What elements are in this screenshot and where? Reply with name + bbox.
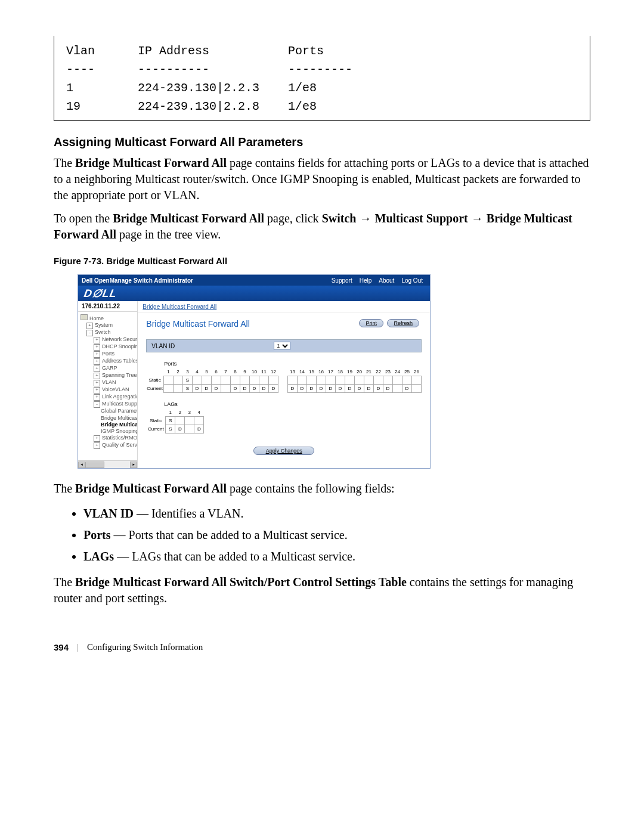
port-cell[interactable] xyxy=(374,376,383,385)
port-cell[interactable] xyxy=(288,376,298,385)
tree-igmp-snooping[interactable]: IGMP Snooping xyxy=(101,428,136,435)
help-link[interactable]: Help xyxy=(360,277,372,284)
port-cell[interactable] xyxy=(383,376,393,385)
lag-cell[interactable] xyxy=(185,417,194,425)
tree-switch[interactable]: -Switch xyxy=(86,329,136,336)
port-cell[interactable] xyxy=(221,376,231,385)
breadcrumb[interactable]: Bridge Multicast Forward All xyxy=(138,301,430,313)
port-cell[interactable] xyxy=(307,376,317,385)
expand-icon[interactable]: + xyxy=(94,366,100,372)
tree-address-tables[interactable]: +Address Tables xyxy=(94,358,136,365)
expand-icon[interactable]: + xyxy=(94,351,100,358)
apply-changes-button[interactable]: Apply Changes xyxy=(253,447,314,455)
port-cell[interactable] xyxy=(259,376,269,385)
port-cell[interactable] xyxy=(164,376,174,385)
port-cell[interactable]: D xyxy=(202,385,212,393)
port-cell[interactable]: D xyxy=(374,385,383,393)
lag-cell[interactable]: S xyxy=(166,425,175,433)
port-cell[interactable] xyxy=(364,376,374,385)
tree-multicast-support[interactable]: -Multicast Support xyxy=(94,401,136,408)
port-cell[interactable] xyxy=(240,376,250,385)
collapse-icon[interactable]: - xyxy=(86,330,93,336)
port-cell[interactable] xyxy=(269,376,278,385)
port-cell[interactable]: D xyxy=(212,385,221,393)
expand-icon[interactable]: + xyxy=(94,380,100,386)
tree-system[interactable]: +System xyxy=(86,322,136,329)
port-cell[interactable]: D xyxy=(298,385,307,393)
port-cell[interactable]: D xyxy=(193,385,202,393)
tree-dhcp-snooping[interactable]: +DHCP Snooping xyxy=(94,343,136,351)
port-cell[interactable] xyxy=(393,376,402,385)
lag-cell[interactable] xyxy=(175,417,185,425)
port-cell[interactable]: D xyxy=(250,385,259,393)
lag-cell[interactable] xyxy=(185,425,194,433)
port-cell[interactable]: D xyxy=(355,385,364,393)
port-cell[interactable] xyxy=(345,376,355,385)
port-cell[interactable]: S xyxy=(183,376,193,385)
port-cell[interactable]: S xyxy=(183,385,193,393)
port-cell[interactable]: D xyxy=(269,385,278,393)
port-cell[interactable]: D xyxy=(402,385,412,393)
scroll-right-icon[interactable]: ► xyxy=(130,462,137,468)
tree-scrollbar[interactable]: ◄ ► xyxy=(78,460,137,468)
scroll-thumb[interactable] xyxy=(85,462,104,468)
expand-icon[interactable]: + xyxy=(94,435,100,442)
expand-icon[interactable]: + xyxy=(94,442,100,449)
lag-cell[interactable]: D xyxy=(194,425,204,433)
port-cell[interactable] xyxy=(193,376,202,385)
tree-link-aggregation[interactable]: +Link Aggregation xyxy=(94,394,136,401)
tree-vlan[interactable]: +VLAN xyxy=(94,379,136,386)
tree-garp[interactable]: +GARP xyxy=(94,365,136,372)
expand-icon[interactable]: + xyxy=(94,373,100,379)
tree-home[interactable]: Home xyxy=(80,314,136,322)
port-cell[interactable] xyxy=(393,385,402,393)
expand-icon[interactable]: + xyxy=(94,344,100,351)
port-cell[interactable] xyxy=(174,376,183,385)
port-cell[interactable] xyxy=(250,376,259,385)
scroll-left-icon[interactable]: ◄ xyxy=(78,462,85,468)
port-cell[interactable] xyxy=(212,376,221,385)
logout-link[interactable]: Log Out xyxy=(401,277,423,284)
port-cell[interactable]: D xyxy=(317,385,326,393)
expand-icon[interactable]: + xyxy=(94,337,100,343)
port-cell[interactable]: D xyxy=(307,385,317,393)
refresh-button[interactable]: Refresh xyxy=(387,319,419,327)
port-cell[interactable]: D xyxy=(336,385,345,393)
tree-global-parameter[interactable]: Global Parameter xyxy=(101,408,136,414)
support-link[interactable]: Support xyxy=(332,277,352,284)
tree-statistics-rmon[interactable]: +Statistics/RMON xyxy=(94,435,136,442)
port-cell[interactable]: D xyxy=(364,385,374,393)
port-cell[interactable] xyxy=(402,376,412,385)
tree-spanning-tree[interactable]: +Spanning Tree xyxy=(94,372,136,379)
port-cell[interactable]: D xyxy=(326,385,336,393)
tree-ports[interactable]: +Ports xyxy=(94,351,136,358)
port-cell[interactable]: D xyxy=(288,385,298,393)
lag-cell[interactable] xyxy=(194,417,204,425)
print-button[interactable]: Print xyxy=(359,319,383,327)
port-cell[interactable] xyxy=(164,385,174,393)
port-cell[interactable] xyxy=(221,385,231,393)
tree-voicevlan[interactable]: +VoiceVLAN xyxy=(94,386,136,394)
port-cell[interactable] xyxy=(336,376,345,385)
port-cell[interactable]: D xyxy=(383,385,393,393)
expand-icon[interactable]: + xyxy=(94,394,100,401)
tree-qos[interactable]: +Quality of Service xyxy=(94,442,136,449)
about-link[interactable]: About xyxy=(379,277,394,284)
expand-icon[interactable]: + xyxy=(86,323,93,329)
lag-cell[interactable]: S xyxy=(166,417,175,425)
port-cell[interactable] xyxy=(231,376,240,385)
port-cell[interactable]: D xyxy=(259,385,269,393)
expand-icon[interactable]: + xyxy=(94,387,100,394)
port-cell[interactable] xyxy=(412,376,422,385)
expand-icon[interactable]: + xyxy=(94,358,100,365)
port-cell[interactable]: D xyxy=(240,385,250,393)
port-cell[interactable] xyxy=(317,376,326,385)
port-cell[interactable] xyxy=(326,376,336,385)
tree-bridge-multicast-forward-all[interactable]: Bridge Multicast xyxy=(101,422,136,428)
vlan-id-select[interactable]: 1 xyxy=(274,342,290,350)
port-cell[interactable] xyxy=(298,376,307,385)
tree-bridge-multicast[interactable]: Bridge Multicast ( xyxy=(101,415,136,422)
port-cell[interactable]: D xyxy=(345,385,355,393)
port-cell[interactable] xyxy=(202,376,212,385)
port-cell[interactable]: D xyxy=(231,385,240,393)
